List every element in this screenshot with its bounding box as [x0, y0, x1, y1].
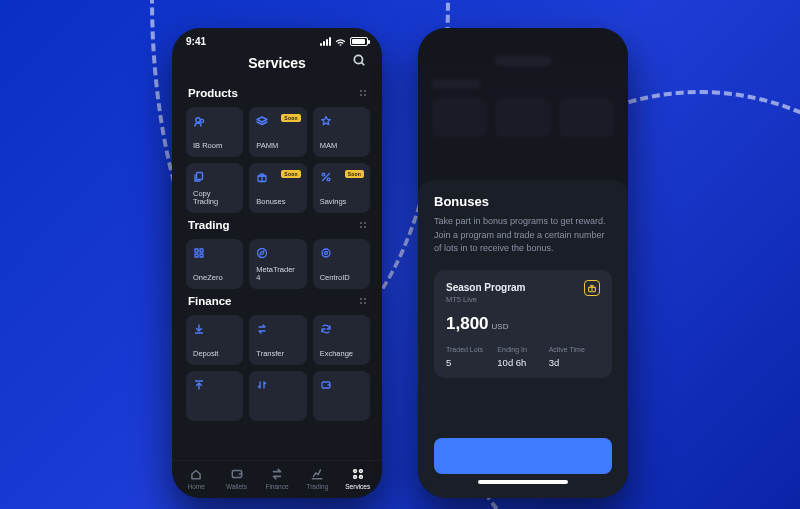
tab-trading[interactable]: Trading	[297, 467, 337, 490]
people-icon	[193, 115, 205, 127]
stat-value: 3d	[549, 357, 600, 368]
bonus-amount: 1,800USD	[446, 314, 600, 334]
tile-exchange[interactable]: Exchange	[313, 315, 370, 365]
bottom-sheet: Bonuses Take part in bonus programs to g…	[418, 180, 628, 498]
upload-icon	[193, 379, 205, 391]
home-indicator	[478, 480, 568, 484]
tile-sort[interactable]	[249, 371, 306, 421]
battery-icon	[350, 37, 368, 46]
tab-label: Home	[188, 483, 205, 490]
bonus-program-sub: MT5 Live	[446, 295, 600, 304]
tile-withdraw[interactable]	[186, 371, 243, 421]
page-title: Services	[248, 55, 306, 71]
section-title-finance: Finance	[188, 295, 231, 307]
tile-label: MetaTrader 4	[256, 266, 299, 283]
tab-wallets[interactable]: Wallets	[217, 467, 257, 490]
stat: Traded Lots5	[446, 346, 497, 368]
status-time: 9:41	[186, 36, 206, 47]
search-button[interactable]	[352, 53, 368, 69]
tile-label: PAMM	[256, 142, 299, 150]
stat-value: 5	[446, 357, 497, 368]
tile-label: Transfer	[256, 350, 299, 358]
badge: Soon	[345, 170, 364, 178]
stat-label: Active Time	[549, 346, 600, 353]
stat-label: Ending In	[497, 346, 548, 353]
section-title-products: Products	[188, 87, 238, 99]
swap-icon	[256, 323, 268, 335]
tab-label: Trading	[306, 483, 328, 490]
tile-centroid[interactable]: CentroID	[313, 239, 370, 289]
tile-label: Exchange	[320, 350, 363, 358]
dimmed-background	[418, 28, 628, 180]
tile-metatrader4[interactable]: MetaTrader 4	[249, 239, 306, 289]
tile-wallet[interactable]	[313, 371, 370, 421]
badge: Soon	[281, 170, 300, 178]
phone-bonuses: Bonuses Take part in bonus programs to g…	[418, 28, 628, 498]
drag-handle-icon[interactable]	[358, 296, 368, 306]
layers-icon	[256, 115, 268, 127]
percent-icon	[320, 171, 332, 183]
tab-home[interactable]: Home	[176, 467, 216, 490]
target-icon	[320, 247, 332, 259]
stat-value: 10d 6h	[497, 357, 548, 368]
signal-icon	[320, 37, 331, 46]
gift-icon	[256, 171, 268, 183]
tile-deposit[interactable]: Deposit	[186, 315, 243, 365]
tile-label: IB Room	[193, 142, 236, 150]
tile-label: Bonuses	[256, 198, 299, 206]
tab-bar: HomeWalletsFinanceTradingServices	[172, 460, 382, 498]
sheet-description: Take part in bonus programs to get rewar…	[434, 215, 612, 256]
tab-services[interactable]: Services	[338, 467, 378, 490]
tile-label: OneZero	[193, 274, 236, 282]
tile-savings[interactable]: SoonSavings	[313, 163, 370, 213]
wifi-icon	[335, 38, 346, 46]
tile-pamm[interactable]: SoonPAMM	[249, 107, 306, 157]
updown-icon	[256, 379, 268, 391]
refresh-icon	[320, 323, 332, 335]
phone-services: 9:41 Services Products IB RoomSoonPAMMMA…	[172, 28, 382, 498]
drag-handle-icon[interactable]	[358, 88, 368, 98]
status-bar: 9:41	[172, 28, 382, 49]
page-header: Services	[172, 49, 382, 81]
download-icon	[193, 323, 205, 335]
stat-label: Traded Lots	[446, 346, 497, 353]
sheet-title: Bonuses	[434, 194, 612, 209]
tile-label: MAM	[320, 142, 363, 150]
tile-label: CentroID	[320, 274, 363, 282]
tile-bonuses[interactable]: SoonBonuses	[249, 163, 306, 213]
tile-mam[interactable]: MAM	[313, 107, 370, 157]
compass-icon	[256, 247, 268, 259]
tile-transfer[interactable]: Transfer	[249, 315, 306, 365]
stat: Active Time3d	[549, 346, 600, 368]
tile-onezero[interactable]: OneZero	[186, 239, 243, 289]
tile-copy-trading[interactable]: Copy Trading	[186, 163, 243, 213]
tile-label: Copy Trading	[193, 190, 236, 207]
status-icons	[320, 37, 368, 46]
tab-label: Finance	[265, 483, 288, 490]
tile-label: Savings	[320, 198, 363, 206]
gift-icon	[584, 280, 600, 296]
tile-label: Deposit	[193, 350, 236, 358]
badge: Soon	[281, 114, 300, 122]
bonus-program-name: Season Program	[446, 282, 600, 293]
drag-handle-icon[interactable]	[358, 220, 368, 230]
tab-label: Services	[345, 483, 370, 490]
primary-cta-button[interactable]	[434, 438, 612, 474]
tab-label: Wallets	[226, 483, 247, 490]
section-title-trading: Trading	[188, 219, 230, 231]
services-scroll[interactable]: Products IB RoomSoonPAMMMAMCopy TradingS…	[172, 81, 382, 460]
star-icon	[320, 115, 332, 127]
bonus-card[interactable]: Season Program MT5 Live 1,800USD Traded …	[434, 270, 612, 378]
wallet-icon	[320, 379, 332, 391]
copy-icon	[193, 171, 205, 183]
tile-ib-room[interactable]: IB Room	[186, 107, 243, 157]
stat: Ending In10d 6h	[497, 346, 548, 368]
tab-finance[interactable]: Finance	[257, 467, 297, 490]
grid-icon	[193, 247, 205, 259]
